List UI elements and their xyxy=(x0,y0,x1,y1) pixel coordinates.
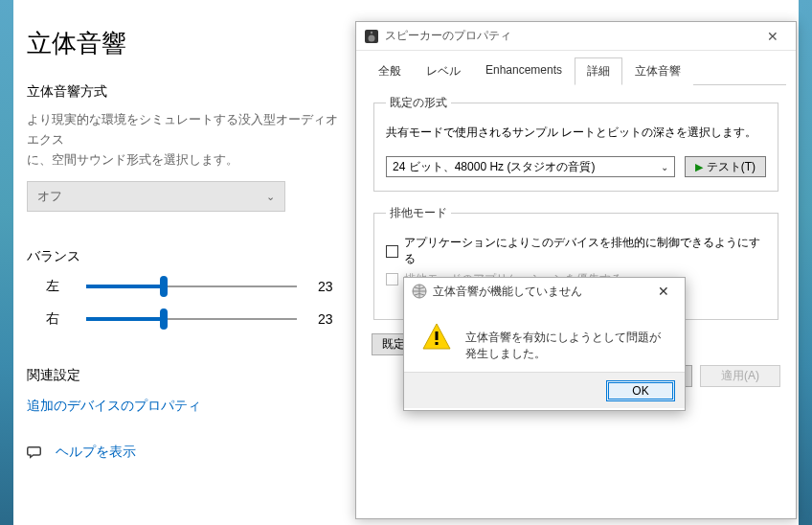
help-link[interactable]: ヘルプを表示 xyxy=(56,444,136,461)
speaker-properties-dialog: スピーカーのプロパティ ✕ 全般 レベル Enhancements 詳細 立体音… xyxy=(355,21,797,519)
tab-advanced[interactable]: 詳細 xyxy=(575,57,622,85)
tab-general[interactable]: 全般 xyxy=(366,57,414,85)
balance-right-slider[interactable] xyxy=(86,308,297,331)
error-msgbox: 立体音響が機能していません ✕ 立体音響を有効にしようとして問題が発生しました。… xyxy=(403,277,686,411)
balance-left-slider[interactable] xyxy=(86,275,297,298)
dropdown-value: オフ xyxy=(37,188,62,205)
warning-icon xyxy=(421,322,452,351)
dialog-titlebar[interactable]: スピーカーのプロパティ ✕ xyxy=(356,22,796,51)
msgbox-ok-button[interactable]: OK xyxy=(606,380,675,401)
svg-point-2 xyxy=(371,31,372,33)
svg-rect-5 xyxy=(436,342,439,345)
test-button-label: テスト(T) xyxy=(707,159,756,175)
dialog-close-button[interactable]: ✕ xyxy=(752,23,794,50)
exclusive-allow-label: アプリケーションによりこのデバイスを排他的に制御できるようにする xyxy=(404,235,766,267)
balance-left-label: 左 xyxy=(46,278,75,295)
spatial-format-desc: より現実的な環境をシミュレートする没入型オーディオエクス に、空間サウンド形式を… xyxy=(27,110,343,170)
exclusive-allow-row[interactable]: アプリケーションによりこのデバイスを排他的に制御できるようにする xyxy=(386,235,766,267)
wallpaper-left xyxy=(0,0,13,525)
checkbox-icon xyxy=(386,245,398,258)
test-button[interactable]: ▶ テスト(T) xyxy=(685,156,766,177)
balance-right-label: 右 xyxy=(46,310,75,328)
tab-spatial[interactable]: 立体音響 xyxy=(622,57,693,85)
msgbox-title: 立体音響が機能していません xyxy=(433,284,644,300)
speaker-icon xyxy=(364,29,379,44)
default-format-legend: 既定の形式 xyxy=(386,95,451,111)
default-format-group: 既定の形式 共有モードで使用されるサンプル レートとビットの深さを選択します。 … xyxy=(373,95,778,192)
dialog-title: スピーカーのプロパティ xyxy=(385,28,752,44)
balance-right-value: 23 xyxy=(318,311,333,327)
wallpaper-right xyxy=(799,0,812,525)
msgbox-close-button[interactable]: ✕ xyxy=(644,279,683,304)
format-combo[interactable]: 24 ビット、48000 Hz (スタジオの音質) ⌄ xyxy=(386,156,675,177)
chevron-down-icon: ⌄ xyxy=(661,162,668,172)
checkbox-icon xyxy=(386,273,398,285)
tabs: 全般 レベル Enhancements 詳細 立体音響 xyxy=(366,57,786,85)
exclusive-mode-legend: 排他モード xyxy=(386,205,451,221)
chat-icon xyxy=(27,444,44,461)
desc-line1: より現実的な環境をシミュレートする没入型オーディオエクス xyxy=(27,112,338,147)
desc-line2: に、空間サウンド形式を選択します。 xyxy=(27,152,238,167)
chevron-down-icon: ⌄ xyxy=(266,191,275,203)
msgbox-titlebar[interactable]: 立体音響が機能していません ✕ xyxy=(404,278,685,305)
apply-button[interactable]: 適用(A) xyxy=(700,365,780,387)
msgbox-text: 立体音響を有効にしようとして問題が発生しました。 xyxy=(465,322,671,362)
globe-icon xyxy=(412,284,427,299)
spatial-format-dropdown[interactable]: オフ ⌄ xyxy=(27,181,285,212)
default-format-desc: 共有モードで使用されるサンプル レートとビットの深さを選択します。 xyxy=(386,125,766,141)
tab-enhancements[interactable]: Enhancements xyxy=(473,57,575,85)
svg-point-1 xyxy=(369,34,375,41)
play-icon: ▶ xyxy=(695,161,703,173)
svg-rect-4 xyxy=(436,331,439,340)
format-combo-value: 24 ビット、48000 Hz (スタジオの音質) xyxy=(393,159,595,175)
msgbox-footer: OK xyxy=(404,372,685,408)
balance-left-value: 23 xyxy=(318,279,333,294)
tab-levels[interactable]: レベル xyxy=(414,57,473,85)
